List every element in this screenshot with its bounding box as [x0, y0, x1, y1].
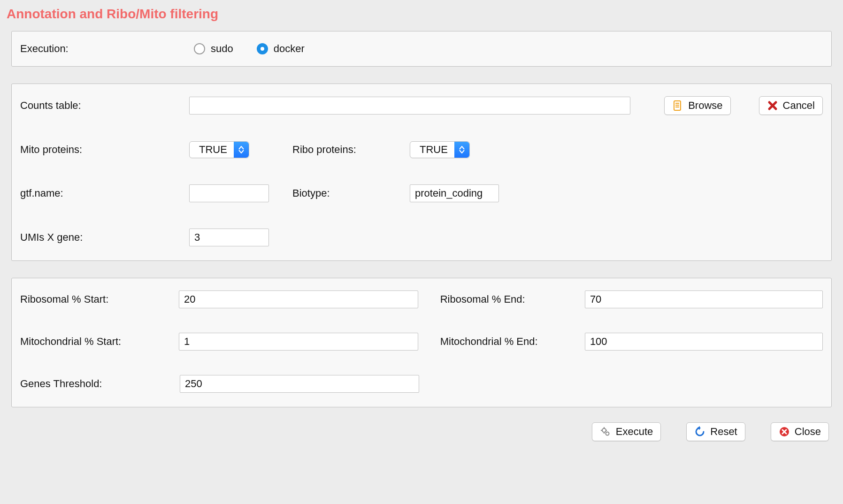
- execution-radio-docker[interactable]: docker: [257, 43, 305, 55]
- gtf-name-input[interactable]: [189, 184, 269, 202]
- svg-point-5: [605, 432, 609, 435]
- ribosomal-end-input[interactable]: [585, 290, 823, 308]
- close-button-label: Close: [795, 426, 821, 438]
- chevron-updown-icon: [234, 142, 249, 158]
- mito-proteins-select[interactable]: TRUE: [189, 141, 249, 158]
- mitochondrial-start-label: Mitochondrial % Start:: [20, 336, 179, 348]
- reset-icon: [694, 426, 705, 437]
- mito-proteins-value: TRUE: [190, 144, 234, 156]
- params-panel: Counts table: Browse: [11, 84, 832, 261]
- mitochondrial-end-input[interactable]: [585, 333, 823, 351]
- thresholds-panel: Ribosomal % Start: Ribosomal % End: Mito…: [11, 278, 832, 407]
- genes-threshold-label: Genes Threshold:: [20, 378, 180, 390]
- footer-buttons: Execute Reset Close: [5, 422, 838, 441]
- execute-button[interactable]: Execute: [592, 422, 661, 441]
- execution-panel: Execution: sudo docker: [11, 31, 832, 67]
- mito-proteins-label: Mito proteins:: [20, 144, 189, 156]
- ribosomal-end-label: Ribosomal % End:: [440, 293, 585, 305]
- umis-x-gene-label: UMIs X gene:: [20, 231, 189, 244]
- gears-icon: [600, 426, 611, 437]
- reset-button-label: Reset: [710, 426, 737, 438]
- chevron-updown-icon: [454, 142, 469, 158]
- browse-button-label: Browse: [688, 99, 722, 112]
- counts-table-input[interactable]: [189, 97, 630, 115]
- svg-point-4: [602, 428, 606, 432]
- gtf-name-label: gtf.name:: [20, 187, 189, 199]
- ribo-proteins-select[interactable]: TRUE: [410, 141, 470, 158]
- umis-x-gene-input[interactable]: [189, 229, 269, 246]
- cancel-button[interactable]: Cancel: [759, 96, 823, 115]
- counts-table-label: Counts table:: [20, 99, 189, 112]
- mitochondrial-end-label: Mitochondrial % End:: [440, 336, 585, 348]
- execute-button-label: Execute: [616, 426, 653, 438]
- biotype-label: Biotype:: [292, 187, 410, 199]
- execution-radio-sudo[interactable]: sudo: [194, 43, 233, 55]
- ribosomal-start-input[interactable]: [179, 290, 418, 308]
- close-button[interactable]: Close: [771, 422, 829, 441]
- ribo-proteins-label: Ribo proteins:: [292, 144, 410, 156]
- mitochondrial-start-input[interactable]: [179, 333, 418, 351]
- radio-label-docker: docker: [274, 43, 305, 55]
- genes-threshold-input[interactable]: [180, 375, 419, 393]
- reset-button[interactable]: Reset: [686, 422, 745, 441]
- cancel-button-label: Cancel: [783, 99, 815, 112]
- radio-label-sudo: sudo: [211, 43, 233, 55]
- biotype-input[interactable]: [410, 184, 499, 202]
- close-icon: [779, 426, 790, 437]
- browse-button[interactable]: Browse: [664, 96, 730, 115]
- file-icon: [672, 100, 683, 111]
- ribosomal-start-label: Ribosomal % Start:: [20, 293, 179, 305]
- ribo-proteins-value: TRUE: [410, 144, 454, 156]
- cancel-icon: [767, 100, 778, 111]
- radio-icon: [257, 43, 268, 54]
- execution-label: Execution:: [20, 43, 194, 55]
- radio-icon: [194, 43, 205, 54]
- page-title: Annotation and Ribo/Mito filtering: [7, 7, 838, 22]
